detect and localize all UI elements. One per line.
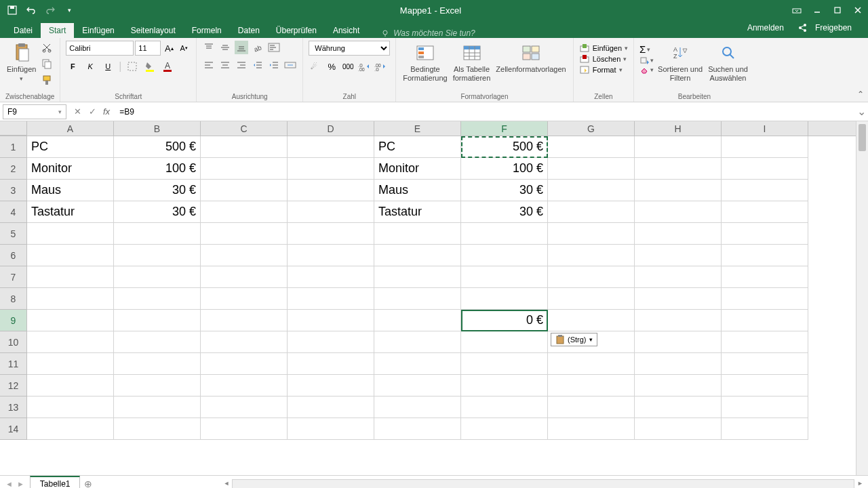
cell-A8[interactable] (27, 288, 114, 310)
accounting-icon[interactable]: ☄ (309, 60, 322, 73)
cell-A6[interactable] (27, 245, 114, 266)
cell-E8[interactable] (374, 288, 461, 310)
cut-icon[interactable] (40, 41, 54, 54)
cell-F4[interactable]: 30 € (461, 201, 548, 223)
cell-E14[interactable] (374, 418, 461, 440)
comma-icon[interactable]: 000 (341, 60, 355, 73)
col-header-I[interactable]: I (722, 121, 808, 136)
align-bottom-icon[interactable] (235, 41, 248, 54)
decrease-indent-icon[interactable] (251, 58, 264, 72)
cell-D13[interactable] (288, 396, 374, 418)
share-button[interactable]: Freigeben (792, 18, 863, 38)
cell-G3[interactable] (548, 180, 635, 201)
add-sheet-button[interactable]: ⊕ (80, 479, 96, 489)
row-header-1[interactable]: 1 (0, 136, 27, 158)
cell-E11[interactable] (374, 353, 461, 375)
row-header-9[interactable]: 9 (0, 310, 27, 331)
cell-G11[interactable] (548, 353, 635, 375)
select-all-corner[interactable] (0, 121, 27, 136)
cell-A10[interactable] (27, 331, 114, 353)
cell-F6[interactable] (461, 245, 548, 266)
row-header-13[interactable]: 13 (0, 396, 27, 418)
tab-insert[interactable]: Einfügen (74, 23, 122, 38)
cell-C4[interactable] (201, 201, 288, 223)
paste-button[interactable]: Einfügen ▾ (5, 41, 37, 83)
cell-C11[interactable] (201, 353, 288, 375)
cell-G2[interactable] (548, 158, 635, 180)
cell-I11[interactable] (722, 353, 808, 375)
cell-E4[interactable]: Tastatur (374, 201, 461, 223)
cell-C6[interactable] (201, 245, 288, 266)
cell-I3[interactable] (722, 180, 808, 201)
cell-E10[interactable] (374, 331, 461, 353)
col-header-D[interactable]: D (288, 121, 374, 136)
fill-button[interactable]: ▾ (639, 56, 654, 64)
cell-H3[interactable] (635, 180, 722, 201)
row-header-5[interactable]: 5 (0, 223, 27, 245)
cell-C2[interactable] (201, 158, 288, 180)
cell-E6[interactable] (374, 245, 461, 266)
align-left-icon[interactable] (202, 58, 216, 72)
increase-font-icon[interactable]: A▴ (162, 41, 176, 55)
fx-icon[interactable]: fx (103, 106, 115, 117)
cell-C8[interactable] (201, 288, 288, 310)
cell-F14[interactable] (461, 418, 548, 440)
cell-D5[interactable] (288, 223, 374, 245)
row-header-2[interactable]: 2 (0, 158, 27, 180)
vertical-scrollbar[interactable] (856, 121, 868, 475)
cell-A9[interactable] (27, 310, 114, 331)
cell-E3[interactable]: Maus (374, 180, 461, 201)
cell-D4[interactable] (288, 201, 374, 223)
cell-D12[interactable] (288, 375, 374, 396)
tab-data[interactable]: Daten (230, 23, 268, 38)
cell-C14[interactable] (201, 418, 288, 440)
cell-D6[interactable] (288, 245, 374, 266)
cell-F1[interactable]: 500 € (461, 136, 548, 158)
delete-cells-button[interactable]: Löschen▾ (579, 54, 627, 64)
collapse-ribbon-icon[interactable]: ⌃ (857, 89, 864, 99)
tab-review[interactable]: Überprüfen (268, 23, 325, 38)
cell-I2[interactable] (722, 158, 808, 180)
cell-H10[interactable] (635, 331, 722, 353)
signin-link[interactable]: Anmelden (742, 20, 789, 35)
row-header-7[interactable]: 7 (0, 266, 27, 288)
cell-I10[interactable] (722, 331, 808, 353)
col-header-C[interactable]: C (201, 121, 288, 136)
increase-decimal-icon[interactable]: .0.00 (357, 60, 371, 73)
find-select-button[interactable]: Suchen und Auswählen (707, 41, 749, 84)
cell-H6[interactable] (635, 245, 722, 266)
cell-A12[interactable] (27, 375, 114, 396)
cell-E2[interactable]: Monitor (374, 158, 461, 180)
cell-C13[interactable] (201, 396, 288, 418)
cell-A14[interactable] (27, 418, 114, 440)
cell-G8[interactable] (548, 288, 635, 310)
cell-B12[interactable] (114, 375, 201, 396)
cell-F7[interactable] (461, 266, 548, 288)
cell-G7[interactable] (548, 266, 635, 288)
cell-I1[interactable] (722, 136, 808, 158)
cell-H5[interactable] (635, 223, 722, 245)
increase-indent-icon[interactable] (267, 58, 281, 72)
tab-formulas[interactable]: Formeln (184, 23, 230, 38)
cell-A4[interactable]: Tastatur (27, 201, 114, 223)
border-icon[interactable] (125, 60, 139, 73)
cancel-formula-icon[interactable]: ✕ (72, 106, 83, 117)
percent-icon[interactable]: % (325, 60, 338, 73)
cell-C12[interactable] (201, 375, 288, 396)
align-middle-icon[interactable] (218, 41, 232, 54)
cell-C1[interactable] (201, 136, 288, 158)
cell-D3[interactable] (288, 180, 374, 201)
cell-A1[interactable]: PC (27, 136, 114, 158)
cell-G4[interactable] (548, 201, 635, 223)
cell-B6[interactable] (114, 245, 201, 266)
enter-formula-icon[interactable]: ✓ (87, 106, 98, 117)
row-header-3[interactable]: 3 (0, 180, 27, 201)
fill-color-icon[interactable] (143, 60, 157, 73)
cell-H13[interactable] (635, 396, 722, 418)
paste-options-button[interactable]: (Strg) ▾ (551, 333, 597, 346)
cell-D1[interactable] (288, 136, 374, 158)
save-icon[interactable] (7, 5, 18, 16)
redo-icon[interactable] (45, 5, 56, 16)
merge-icon[interactable] (283, 58, 297, 72)
format-as-table-button[interactable]: Als Tabelle formatieren (452, 41, 492, 84)
